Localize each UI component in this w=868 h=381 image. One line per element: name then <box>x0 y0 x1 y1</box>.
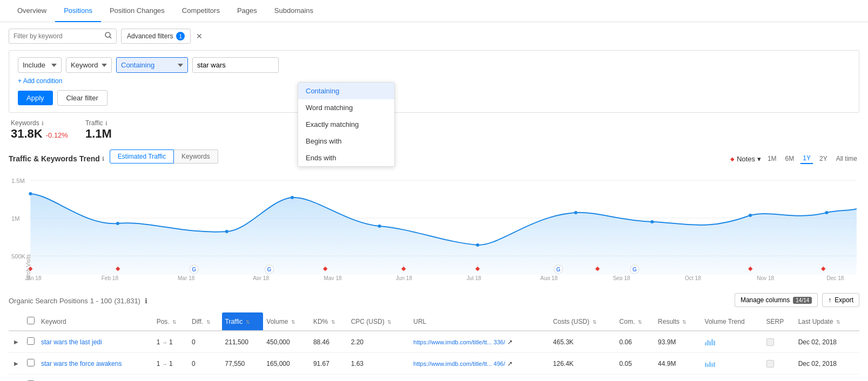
costs-cell: 126.4K <box>550 353 616 375</box>
svg-text:◆: ◆ <box>595 265 600 271</box>
svg-point-12 <box>378 224 381 228</box>
tab-positions[interactable]: Positions <box>55 0 101 22</box>
col-trend: Volume Trend <box>702 312 763 331</box>
trend-bar <box>705 358 715 367</box>
svg-text:Feb 18: Feb 18 <box>102 275 119 280</box>
clear-filter-button[interactable]: Clear filter <box>57 90 107 106</box>
search-icon <box>105 32 112 39</box>
traffic-label: Traffic ℹ <box>85 119 112 127</box>
com-cell: 0.05 <box>616 353 655 375</box>
tab-overview[interactable]: Overview <box>9 0 55 22</box>
positions-table: Keyword Pos. ⇅ Diff. ⇅ Traffic ⇅ <box>9 312 859 381</box>
svg-point-17 <box>825 211 828 214</box>
url-link[interactable]: https://www.imdb.com/title/tt... 336/ <box>413 339 505 345</box>
pos-sort-icon: ⇅ <box>172 319 177 325</box>
time-btn-6m[interactable]: 6M <box>783 154 797 164</box>
serp-icon[interactable] <box>766 360 774 368</box>
dropdown-item-ends-with[interactable]: Ends with <box>298 149 394 166</box>
table-row: ▶ star wars the force awakens 1 → 1 0 77… <box>9 353 859 375</box>
pos-cell: 1 → 1 <box>153 331 189 353</box>
col-results[interactable]: Results ⇅ <box>655 312 702 331</box>
notes-button[interactable]: ◆ Notes ▾ <box>730 155 761 163</box>
col-diff[interactable]: Diff. ⇅ <box>189 312 222 331</box>
row-checkbox[interactable] <box>27 337 35 345</box>
svg-text:Oct 18: Oct 18 <box>685 275 701 280</box>
select-all-checkbox[interactable] <box>27 317 35 324</box>
stats-row: Keywords ℹ 31.8K -0.12% Traffic ℹ 1.1M <box>9 119 859 141</box>
col-url: URL <box>410 312 550 331</box>
filter-value-input[interactable] <box>192 57 279 73</box>
col-pos[interactable]: Pos. ⇅ <box>153 312 189 331</box>
pos-cell: 6 → 6 <box>153 375 189 382</box>
chart-container: 1.5M 1M 500K <box>9 172 859 280</box>
chart-tab-keywords[interactable]: Keywords <box>174 149 218 164</box>
time-btn-2y[interactable]: 2Y <box>817 154 830 164</box>
row-checkbox[interactable] <box>27 359 35 366</box>
search-icon-btn[interactable] <box>105 32 112 40</box>
tab-position-changes[interactable]: Position Changes <box>101 0 173 22</box>
keyword-link[interactable]: star wars the force awakens <box>41 360 122 368</box>
time-btn-alltime[interactable]: All time <box>834 154 859 164</box>
export-button[interactable]: ↑ Export <box>822 293 859 307</box>
tab-subdomains[interactable]: Subdomains <box>266 0 322 22</box>
diff-sort-icon: ⇅ <box>206 319 211 325</box>
row-expand-btn[interactable]: ▶ <box>12 338 21 346</box>
manage-columns-button[interactable]: Manage columns 14/14 <box>735 293 818 307</box>
dropdown-item-word-matching[interactable]: Word matching <box>298 99 394 116</box>
diff-cell: 0 <box>189 375 222 382</box>
svg-point-13 <box>476 243 479 247</box>
tab-pages[interactable]: Pages <box>228 0 266 22</box>
dropdown-item-begins-with[interactable]: Begins with <box>298 133 394 149</box>
nav-tabs: Overview Positions Position Changes Comp… <box>0 0 868 22</box>
tab-competitors[interactable]: Competitors <box>173 0 228 22</box>
table-actions: Manage columns 14/14 ↑ Export <box>735 293 859 307</box>
results-sort-icon: ⇅ <box>682 319 687 325</box>
manage-columns-badge: 14/14 <box>793 297 812 304</box>
keywords-info-icon[interactable]: ℹ <box>42 120 44 126</box>
col-com[interactable]: Com. ⇅ <box>616 312 655 331</box>
traffic-info-icon[interactable]: ℹ <box>105 120 107 126</box>
chart-tab-traffic[interactable]: Estimated Traffic <box>110 149 174 164</box>
add-condition-link[interactable]: + Add condition <box>18 77 62 85</box>
svg-text:G: G <box>633 267 637 273</box>
col-costs[interactable]: Costs (USD) ⇅ <box>550 312 616 331</box>
table-title: Organic Search Positions 1 - 100 (31,831… <box>9 296 147 305</box>
keyword-type-select[interactable]: Keyword URL Title <box>66 57 112 73</box>
serp-icon[interactable] <box>766 338 774 346</box>
advanced-filters-button[interactable]: Advanced filters 1 <box>121 29 191 44</box>
cpc-cell: 1.56 <box>348 375 411 382</box>
keyword-filter-input-wrap[interactable] <box>9 29 117 44</box>
svg-point-9 <box>116 222 119 225</box>
time-btn-1m[interactable]: 1M <box>765 154 779 164</box>
keyword-link[interactable]: star wars the last jedi <box>41 338 102 346</box>
svg-text:◆: ◆ <box>401 265 406 271</box>
include-select[interactable]: Include Exclude <box>18 57 62 73</box>
condition-select[interactable]: Containing Word matching Exactly matchin… <box>116 57 188 73</box>
col-cpc[interactable]: CPC (USD) ⇅ <box>348 312 411 331</box>
chart-info-icon[interactable]: ℹ <box>102 156 104 162</box>
keywords-label: Keywords ℹ <box>11 119 68 127</box>
row-expand-btn[interactable]: ▶ <box>12 359 21 368</box>
col-kd[interactable]: KD% ⇅ <box>310 312 348 331</box>
traffic-stat: Traffic ℹ 1.1M <box>85 119 112 141</box>
dropdown-item-containing[interactable]: Containing <box>298 83 394 99</box>
apply-button[interactable]: Apply <box>18 91 53 105</box>
col-volume[interactable]: Volume ⇅ <box>263 312 310 331</box>
advanced-filters-close-btn[interactable]: ✕ <box>195 32 204 40</box>
keyword-filter-input[interactable] <box>14 32 102 40</box>
col-update[interactable]: Last Update ⇅ <box>795 312 859 331</box>
keywords-value-row: 31.8K -0.12% <box>11 127 68 141</box>
col-traffic[interactable]: Traffic ⇅ <box>222 312 264 331</box>
chart-controls-right: ◆ Notes ▾ 1M 6M 1Y 2Y All time <box>730 153 859 164</box>
svg-text:May 18: May 18 <box>324 275 342 280</box>
table-header: Keyword Pos. ⇅ Diff. ⇅ Traffic ⇅ <box>9 312 859 331</box>
col-keyword[interactable]: Keyword <box>38 312 153 331</box>
notes-diamond-icon: ◆ <box>730 156 735 162</box>
table-info-icon[interactable]: ℹ <box>145 297 147 305</box>
svg-point-10 <box>225 230 228 233</box>
time-btn-1y[interactable]: 1Y <box>800 153 813 164</box>
svg-text:◆: ◆ <box>475 265 480 271</box>
url-link[interactable]: https://www.imdb.com/title/tt... 496/ <box>413 360 505 367</box>
svg-text:1.5M: 1.5M <box>11 178 25 184</box>
dropdown-item-exactly-matching[interactable]: Exactly matching <box>298 116 394 133</box>
